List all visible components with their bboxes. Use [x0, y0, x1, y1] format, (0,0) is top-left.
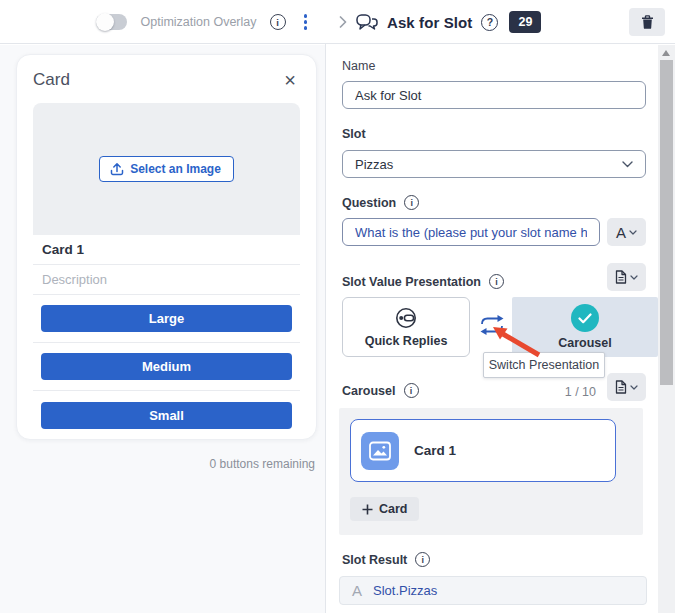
card-title-text: Card 1: [42, 242, 84, 257]
card-title-field[interactable]: Card 1: [33, 235, 300, 265]
upload-icon: [110, 162, 124, 176]
slot-result-field[interactable]: A Slot.Pizzas: [339, 576, 647, 605]
card-preview: Card × Select an Image Card 1 Descriptio…: [16, 54, 317, 440]
slot-result-value: Slot.Pizzas: [373, 583, 437, 598]
text-variable-icon: A: [352, 582, 362, 599]
carousel-option-selected[interactable]: Carousel: [512, 297, 658, 357]
slot-label: Slot: [342, 127, 366, 141]
add-card-button[interactable]: Card: [350, 497, 419, 521]
conversation-builder-window: Optimization Overlay i Ask for Slot ? 29: [0, 0, 675, 613]
question-label: Question i: [342, 195, 419, 210]
card-button-row: Large: [33, 295, 300, 343]
optimization-overlay-toggle[interactable]: [96, 14, 127, 30]
chat-bubbles-icon: [356, 13, 378, 32]
question-input[interactable]: [342, 218, 600, 246]
kebab-menu-icon[interactable]: [299, 11, 313, 33]
carousel-card-title: Card 1: [414, 443, 456, 458]
selected-check-icon: [571, 304, 599, 332]
chevron-down-icon: [630, 275, 638, 280]
card-button-small[interactable]: Small: [41, 402, 292, 429]
info-glyph: i: [410, 198, 413, 208]
name-input[interactable]: [342, 81, 646, 109]
chevron-down-icon: [630, 385, 638, 390]
card-preview-panel: Card × Select an Image Card 1 Descriptio…: [0, 45, 325, 613]
card-preview-header: Card ×: [17, 55, 316, 103]
interaction-settings-panel: Name Slot Pizzas Question i A Slot Value…: [326, 45, 658, 613]
carousel-cards-panel: Card 1 Card: [339, 408, 643, 535]
carousel-counter: 1 / 10: [565, 385, 596, 399]
card-image-icon: [361, 432, 399, 470]
top-bar-right: Ask for Slot ? 29: [326, 0, 675, 44]
response-options-dropdown-button[interactable]: [607, 263, 646, 291]
scroll-up-arrow-icon[interactable]: [662, 50, 670, 56]
select-image-label: Select an Image: [130, 162, 221, 176]
chevron-down-icon: [622, 161, 633, 168]
name-label: Name: [342, 59, 375, 73]
switch-presentation-tooltip: Switch Presentation: [483, 352, 605, 378]
top-bar: Optimization Overlay i Ask for Slot ? 29: [0, 0, 675, 44]
info-icon[interactable]: i: [404, 195, 419, 210]
card-description-placeholder: Description: [42, 272, 107, 287]
document-icon: [615, 270, 627, 284]
optimization-overlay-label: Optimization Overlay: [140, 15, 256, 29]
close-icon[interactable]: ×: [280, 70, 300, 90]
carousel-option-label: Carousel: [558, 336, 612, 350]
slot-select[interactable]: Pizzas: [342, 150, 646, 178]
carousel-section-label: Carousel i: [342, 383, 419, 398]
toggle-knob: [96, 13, 114, 31]
help-glyph: ?: [487, 16, 493, 28]
panel-divider: [325, 0, 326, 613]
right-panel-scrollbar[interactable]: [658, 45, 675, 613]
interaction-title: Ask for Slot: [387, 14, 472, 31]
info-glyph: i: [276, 17, 279, 28]
info-icon[interactable]: i: [404, 383, 419, 398]
interaction-count-badge: 29: [509, 11, 541, 33]
card-image-placeholder: Select an Image: [33, 103, 300, 235]
swap-arrows-icon: [478, 314, 506, 336]
presentation-label: Slot Value Presentation i: [342, 274, 504, 289]
trash-icon: [641, 15, 654, 30]
carousel-card-item[interactable]: Card 1: [350, 419, 616, 482]
quick-replies-icon: [394, 306, 418, 330]
card-button-row: Small: [33, 391, 300, 439]
scrollbar-thumb[interactable]: [660, 60, 673, 385]
quick-replies-label: Quick Replies: [365, 334, 448, 348]
info-glyph: i: [422, 555, 425, 565]
add-card-label: Card: [379, 502, 407, 516]
info-icon[interactable]: i: [270, 14, 286, 30]
document-icon: [615, 380, 627, 394]
carousel-options-dropdown-button[interactable]: [607, 373, 646, 401]
info-glyph: i: [410, 386, 413, 396]
buttons-remaining-note: 0 buttons remaining: [16, 457, 317, 471]
slot-select-value: Pizzas: [355, 157, 393, 172]
info-glyph: i: [495, 277, 498, 287]
slot-result-label: Slot Result i: [342, 552, 430, 567]
question-label-text: Question: [342, 196, 396, 210]
slot-result-label-text: Slot Result: [342, 553, 407, 567]
info-icon[interactable]: i: [415, 552, 430, 567]
text-format-dropdown-button[interactable]: A: [607, 218, 646, 246]
quick-replies-option[interactable]: Quick Replies: [342, 297, 470, 357]
presentation-label-text: Slot Value Presentation: [342, 275, 481, 289]
select-image-button[interactable]: Select an Image: [99, 156, 234, 182]
card-button-medium[interactable]: Medium: [41, 353, 292, 380]
card-description-field[interactable]: Description: [33, 265, 300, 295]
info-icon[interactable]: i: [489, 274, 504, 289]
close-glyph: ×: [284, 69, 296, 92]
help-icon[interactable]: ?: [481, 14, 498, 31]
plus-icon: [362, 504, 373, 515]
card-panel-title: Card: [33, 70, 70, 90]
switch-presentation-button[interactable]: [476, 311, 508, 339]
delete-button[interactable]: [629, 8, 665, 36]
chevron-right-icon[interactable]: [339, 16, 347, 28]
top-bar-left: Optimization Overlay i: [0, 0, 325, 44]
card-button-large[interactable]: Large: [41, 305, 292, 332]
text-format-icon: A: [616, 225, 626, 240]
carousel-section-label-text: Carousel: [342, 384, 396, 398]
chevron-down-icon: [629, 230, 637, 235]
card-button-row: Medium: [33, 343, 300, 391]
